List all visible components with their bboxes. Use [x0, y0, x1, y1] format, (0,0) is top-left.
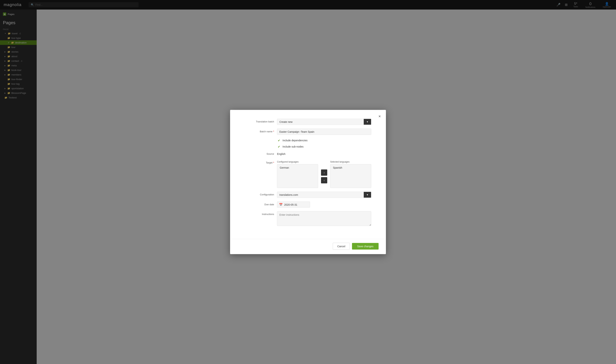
target-row: Target Configured languages German › ‹: [245, 161, 371, 188]
selected-languages-list[interactable]: Spanish: [330, 164, 371, 188]
configuration-label: Configuration: [245, 192, 274, 196]
calendar-icon: 📅: [279, 203, 283, 206]
check-icon: ✔: [277, 139, 281, 142]
lang-item-spanish[interactable]: Spanish: [331, 165, 370, 170]
save-button[interactable]: Save changes: [352, 243, 379, 250]
modal-footer: Cancel Save changes: [230, 239, 386, 254]
configured-languages-panel: Configured languages German: [277, 161, 318, 188]
due-date-input[interactable]: [284, 203, 302, 206]
configured-languages-header: Configured languages: [277, 161, 318, 163]
move-left-button[interactable]: ‹: [321, 177, 327, 183]
batch-name-control: [277, 129, 371, 135]
date-input-wrapper[interactable]: 📅: [277, 202, 310, 208]
translation-batch-label: Translation batch: [245, 119, 274, 123]
selected-languages-header: Selected languages: [330, 161, 371, 163]
configuration-select-wrapper[interactable]: translations.com ▼: [277, 192, 371, 198]
translation-batch-select-wrapper[interactable]: Create new ▼: [277, 119, 371, 125]
include-dependencies-label: Include dependencies: [283, 139, 307, 142]
close-button[interactable]: ×: [378, 114, 381, 119]
configuration-dropdown-btn[interactable]: ▼: [364, 192, 371, 198]
arrow-buttons: › ‹: [321, 161, 327, 188]
lang-item-german[interactable]: German: [278, 165, 317, 170]
due-date-control: 📅: [277, 202, 371, 208]
configured-languages-list[interactable]: German: [277, 164, 318, 188]
instructions-row: Instructions: [245, 211, 371, 227]
batch-name-label: Batch name: [245, 129, 274, 133]
batch-name-row: Batch name: [245, 129, 371, 135]
due-date-row: Due date 📅: [245, 202, 371, 208]
instructions-input[interactable]: [277, 211, 371, 226]
modal-body: Translation batch Create new ▼ Batch nam…: [230, 110, 386, 239]
configuration-control: translations.com ▼: [277, 192, 371, 198]
include-sub-nodes-label: Include sub-nodes: [283, 145, 303, 148]
source-value: English: [277, 151, 371, 157]
check-icon-2: ✔: [277, 145, 281, 148]
source-label: Source: [245, 151, 274, 155]
due-date-label: Due date: [245, 202, 274, 206]
include-sub-nodes-row: ✔ Include sub-nodes: [245, 145, 371, 148]
target-label: Target: [245, 161, 274, 164]
translation-batch-value: Create new: [277, 119, 364, 125]
translation-batch-row: Translation batch Create new ▼: [245, 119, 371, 125]
instructions-control: [277, 211, 371, 227]
move-right-button[interactable]: ›: [321, 169, 327, 176]
instructions-label: Instructions: [245, 211, 274, 216]
include-dependencies-row: ✔ Include dependencies: [245, 139, 371, 142]
target-control: Configured languages German › ‹ Selected…: [277, 161, 371, 188]
selected-languages-panel: Selected languages Spanish: [330, 161, 371, 188]
batch-name-input[interactable]: [277, 129, 371, 135]
configuration-row: Configuration translations.com ▼: [245, 192, 371, 198]
source-row: Source English: [245, 151, 371, 157]
translation-modal: × Translation batch Create new ▼ Batch n…: [230, 110, 386, 254]
configuration-value: translations.com: [277, 192, 364, 198]
translation-batch-control: Create new ▼: [277, 119, 371, 125]
target-section: Configured languages German › ‹ Selected…: [277, 161, 371, 188]
source-control: English: [277, 151, 371, 157]
translation-batch-dropdown-btn[interactable]: ▼: [364, 119, 371, 125]
cancel-button[interactable]: Cancel: [333, 243, 350, 250]
